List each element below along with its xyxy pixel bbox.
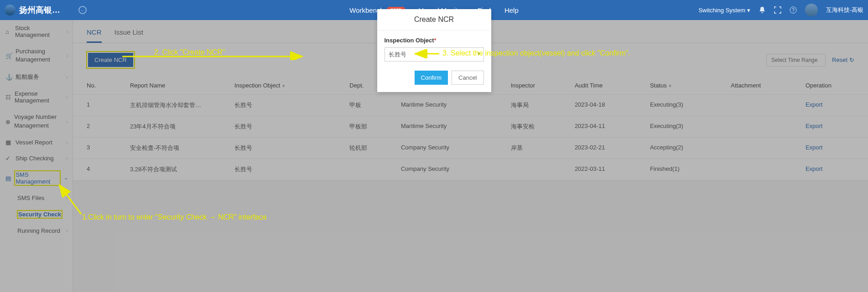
chevron-right-icon: ›	[66, 94, 68, 100]
chevron-right-icon: ›	[66, 195, 68, 200]
col-attachment: Attachment	[726, 77, 801, 95]
anchor-icon: ⚓	[5, 74, 12, 80]
col-audit-time: Audit Time	[570, 77, 645, 95]
sidebar: ⌂Stock Management› 🛒Purchasing Managemen…	[0, 20, 73, 292]
fullscreen-icon[interactable]	[774, 6, 781, 14]
sidebar-item-vessel-service[interactable]: ⚓船舶服务›	[0, 68, 73, 86]
back-button[interactable]: ←	[78, 6, 87, 14]
confirm-button[interactable]: Confirm	[415, 71, 448, 85]
col-report-name: Report Name	[125, 77, 230, 95]
create-ncr-modal: Create NCR Inspection Object* 长胜号 Confir…	[377, 9, 491, 92]
sidebar-sub-running-record[interactable]: Running Record›	[0, 223, 73, 239]
inspection-object-select[interactable]: 长胜号	[385, 47, 484, 61]
col-inspection-object[interactable]: Inspection Object▼	[230, 77, 345, 95]
tab-ncr[interactable]: NCR	[87, 28, 102, 43]
export-link[interactable]: Export	[806, 165, 823, 172]
sidebar-item-stock[interactable]: ⌂Stock Management›	[0, 20, 73, 43]
cell-no: 2	[73, 116, 125, 138]
reset-button[interactable]: Reset ↻	[832, 56, 854, 63]
chevron-right-icon: ›	[66, 228, 68, 233]
time-range-input[interactable]	[766, 54, 826, 67]
cell-itype: Company Security	[396, 159, 506, 180]
cell-attachment	[726, 116, 801, 138]
chevron-right-icon: ›	[66, 29, 68, 34]
cell-dept: 甲板	[345, 95, 396, 116]
sidebar-item-voyage[interactable]: ⊕Voyage Number Management›	[0, 108, 73, 134]
app-title: 扬州高银…	[19, 5, 60, 15]
cell-name: 主机排烟管海水冷却套管…	[125, 95, 230, 116]
cell-no: 4	[73, 159, 125, 180]
database-icon: ☷	[5, 94, 11, 100]
sidebar-sub-sms-files[interactable]: SMS Files›	[0, 190, 73, 206]
cell-obj: 长胜号	[230, 95, 345, 116]
chevron-right-icon: ›	[66, 119, 68, 124]
cell-op: Export	[801, 116, 868, 138]
cell-audit: 2023-04-11	[570, 116, 645, 138]
sidebar-item-vessel-report[interactable]: ▦Vessel Report›	[0, 134, 73, 150]
cell-audit: 2023-04-18	[570, 95, 645, 116]
cell-dept	[345, 159, 396, 180]
cell-status: Executing(3)	[645, 116, 726, 138]
col-operation: Operation	[801, 77, 868, 95]
modal-title: Create NCR	[377, 9, 491, 31]
cell-attachment	[726, 95, 801, 116]
cell-audit: 2023-02-21	[570, 138, 645, 159]
sidebar-item-purchasing[interactable]: 🛒Purchasing Management›	[0, 43, 73, 68]
table-row: 1主机排烟管海水冷却套管…长胜号甲板Maritime Security海事局20…	[73, 95, 868, 116]
help-icon[interactable]: ?	[790, 6, 797, 14]
cell-status: Finished(1)	[645, 159, 726, 180]
bell-icon[interactable]	[759, 6, 766, 14]
cell-itype: Maritime Security	[396, 95, 506, 116]
doc-icon: ▤	[5, 175, 11, 181]
cell-op: Export	[801, 95, 868, 116]
cell-op: Export	[801, 159, 868, 180]
cart-icon: 🛒	[5, 52, 12, 59]
chevron-right-icon: ›	[66, 74, 68, 80]
sidebar-sub-security-check[interactable]: Security Check	[0, 206, 73, 223]
tab-issue-list[interactable]: Issue List	[114, 28, 143, 43]
menu-help[interactable]: Help	[504, 6, 519, 14]
cell-inspector: 海事安检	[506, 116, 570, 138]
cell-status: Accepting(2)	[645, 138, 726, 159]
cell-status: Executing(3)	[645, 95, 726, 116]
inspection-object-label: Inspection Object*	[385, 37, 484, 44]
export-link[interactable]: Export	[806, 144, 823, 151]
col-no: No.	[73, 77, 125, 95]
cell-obj: 长胜号	[230, 138, 345, 159]
sidebar-item-sms-management[interactable]: ▤SMS Management⌄	[0, 166, 73, 190]
cell-obj: 长胜号	[230, 159, 345, 180]
cell-dept: 轮机部	[345, 138, 396, 159]
avatar[interactable]	[805, 4, 818, 16]
cell-no: 1	[73, 95, 125, 116]
sort-icon: ▼	[668, 84, 672, 88]
chevron-down-icon: ⌄	[64, 175, 68, 181]
report-icon: ▦	[5, 139, 12, 145]
sort-icon: ▼	[281, 84, 286, 88]
cell-dept: 甲板部	[345, 116, 396, 138]
export-link[interactable]: Export	[806, 101, 823, 108]
export-link[interactable]: Export	[806, 123, 823, 129]
cell-itype: Maritime Security	[396, 116, 506, 138]
sidebar-item-expense[interactable]: ☷Expense Management›	[0, 86, 73, 108]
sidebar-item-ship-checking[interactable]: ✓Ship Checking›	[0, 150, 73, 166]
switching-system[interactable]: Switching System ▾	[698, 7, 750, 14]
cell-name: 3.28不符合项测试	[125, 159, 230, 180]
cell-audit: 2022-03-11	[570, 159, 645, 180]
cell-attachment	[726, 159, 801, 180]
cell-attachment	[726, 138, 801, 159]
ncr-table: No. Report Name Inspection Object▼ Dept.…	[73, 77, 868, 180]
table-row: 223年4月不符合项长胜号甲板部Maritime Security海事安检202…	[73, 116, 868, 138]
username: 互海科技-高银	[826, 6, 863, 14]
cell-name: 安全检查-不符合项	[125, 138, 230, 159]
table-row: 43.28不符合项测试长胜号Company Security2022-03-11…	[73, 159, 868, 180]
chevron-right-icon: ›	[66, 155, 68, 161]
chevron-right-icon: ›	[66, 139, 68, 145]
svg-text:?: ?	[792, 8, 795, 13]
table-row: 3安全检查-不符合项长胜号轮机部Company Security岸基2023-0…	[73, 138, 868, 159]
cell-inspector: 海事局	[506, 95, 570, 116]
col-status[interactable]: Status▼	[645, 77, 726, 95]
create-ncr-button[interactable]: Create NCR	[88, 53, 133, 67]
cell-inspector: 岸基	[506, 138, 570, 159]
cancel-button[interactable]: Cancel	[452, 71, 483, 85]
cell-itype: Company Security	[396, 138, 506, 159]
